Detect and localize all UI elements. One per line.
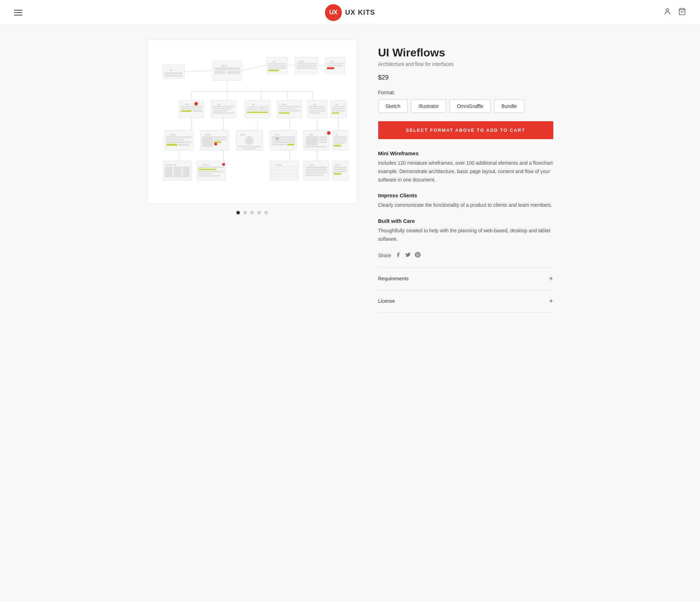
svg-line-28 bbox=[241, 65, 266, 70]
svg-rect-111 bbox=[319, 136, 327, 138]
svg-rect-128 bbox=[165, 166, 172, 177]
svg-rect-42 bbox=[181, 108, 202, 109]
svg-text:Notes: Notes bbox=[335, 104, 338, 105]
wireframe-svg: Login Dashboard Users Change Plan bbox=[156, 48, 348, 195]
svg-rect-65 bbox=[309, 108, 325, 109]
svg-rect-50 bbox=[213, 112, 234, 114]
svg-rect-106 bbox=[287, 144, 294, 145]
add-to-cart-button[interactable]: SELECT FORMAT ABOVE TO ADD TO CART bbox=[378, 121, 553, 139]
svg-rect-159 bbox=[334, 169, 347, 170]
twitter-icon[interactable] bbox=[405, 252, 411, 259]
share-row: Share bbox=[378, 252, 553, 259]
logo-icon: UX bbox=[325, 4, 342, 21]
dot-2[interactable] bbox=[243, 211, 247, 214]
share-label: Share bbox=[378, 253, 391, 258]
feature-built-with-care: Built with Care Thoughtfully created to … bbox=[378, 218, 553, 244]
svg-text:Login: Login bbox=[169, 69, 172, 71]
feature-title-1: Mini Wireframes bbox=[378, 150, 553, 156]
svg-rect-53 bbox=[247, 106, 257, 111]
account-icon[interactable] bbox=[664, 8, 671, 17]
product-gallery: Login Dashboard Users Change Plan bbox=[147, 39, 357, 214]
svg-rect-72 bbox=[332, 110, 345, 111]
feature-title-3: Built with Care bbox=[378, 218, 553, 224]
accordion-requirements-title: Requirements bbox=[378, 276, 409, 281]
format-sketch[interactable]: Sketch bbox=[378, 100, 408, 113]
svg-rect-115 bbox=[332, 130, 348, 150]
svg-rect-47 bbox=[213, 106, 234, 107]
svg-text:Chat: Chat bbox=[252, 104, 255, 105]
svg-text:New Project: New Project bbox=[170, 134, 176, 136]
svg-rect-154 bbox=[305, 172, 327, 173]
format-illustrator[interactable]: Illustrator bbox=[411, 100, 446, 113]
svg-rect-129 bbox=[173, 166, 181, 177]
svg-rect-155 bbox=[305, 174, 323, 176]
image-dots bbox=[147, 211, 357, 214]
hamburger-menu[interactable] bbox=[14, 10, 22, 15]
accordion-requirements: Requirements + bbox=[378, 267, 553, 290]
svg-rect-134 bbox=[199, 166, 223, 168]
feature-mini-wireframes: Mini Wireframes Includes 120 miniature w… bbox=[378, 150, 553, 184]
accordion-license-title: License bbox=[378, 298, 395, 304]
svg-rect-92 bbox=[214, 141, 221, 143]
svg-rect-70 bbox=[332, 106, 345, 107]
svg-rect-114 bbox=[305, 146, 327, 147]
format-omnigraffle[interactable]: OmniGraffle bbox=[450, 100, 491, 113]
svg-rect-6 bbox=[213, 61, 241, 81]
dot-3[interactable] bbox=[250, 211, 254, 214]
svg-rect-24 bbox=[327, 63, 343, 64]
format-label: Format: bbox=[378, 90, 553, 95]
site-logo[interactable]: UX UX KITS bbox=[325, 4, 375, 21]
main-content: Login Dashboard Users Change Plan bbox=[140, 25, 560, 327]
svg-text:Your View: Your View bbox=[275, 134, 279, 136]
svg-text:Tasks: Tasks bbox=[217, 104, 220, 105]
svg-rect-58 bbox=[279, 106, 300, 107]
svg-rect-89 bbox=[202, 136, 213, 147]
svg-text:Task Details: Task Details bbox=[205, 134, 211, 136]
facebook-icon[interactable] bbox=[395, 252, 401, 259]
svg-text:My Profile: My Profile bbox=[241, 134, 245, 136]
pinterest-icon[interactable] bbox=[415, 252, 421, 259]
cart-icon[interactable] bbox=[678, 8, 686, 17]
svg-rect-105 bbox=[272, 144, 286, 145]
dot-1[interactable] bbox=[236, 211, 240, 214]
svg-text:File Detail: File Detail bbox=[308, 134, 313, 136]
svg-rect-160 bbox=[334, 171, 347, 172]
svg-rect-14 bbox=[268, 65, 286, 67]
svg-rect-49 bbox=[213, 110, 227, 111]
svg-rect-91 bbox=[214, 139, 227, 141]
svg-rect-117 bbox=[334, 136, 347, 138]
dot-4[interactable] bbox=[257, 211, 261, 214]
svg-point-133 bbox=[222, 163, 225, 166]
svg-rect-48 bbox=[213, 108, 230, 109]
svg-rect-84 bbox=[166, 141, 191, 143]
svg-point-109 bbox=[327, 131, 330, 135]
svg-rect-118 bbox=[334, 138, 347, 140]
svg-rect-13 bbox=[268, 63, 286, 64]
svg-text:Files: Files bbox=[313, 104, 316, 105]
svg-rect-21 bbox=[297, 67, 316, 69]
svg-rect-130 bbox=[182, 166, 189, 177]
feature-desc-1: Includes 120 miniature wireframes, over … bbox=[378, 159, 553, 184]
svg-rect-71 bbox=[332, 108, 345, 109]
svg-rect-19 bbox=[297, 63, 316, 64]
svg-rect-25 bbox=[327, 65, 343, 67]
product-subtitle: Architecture and flow for interfaces bbox=[378, 61, 553, 67]
svg-text:Month View: Month View bbox=[276, 164, 282, 166]
svg-rect-131 bbox=[197, 161, 225, 180]
svg-rect-136 bbox=[199, 171, 223, 172]
svg-rect-156 bbox=[332, 161, 348, 180]
dot-5[interactable] bbox=[264, 211, 268, 214]
accordion-license-header[interactable]: License + bbox=[378, 297, 553, 305]
svg-point-0 bbox=[666, 9, 668, 11]
svg-rect-61 bbox=[279, 112, 290, 114]
accordion-requirements-header[interactable]: Requirements + bbox=[378, 275, 553, 283]
svg-rect-90 bbox=[214, 136, 227, 138]
svg-point-96 bbox=[245, 136, 253, 145]
svg-text:Change Plan: Change Plan bbox=[298, 61, 305, 62]
product-price: $29 bbox=[378, 74, 553, 81]
svg-rect-119 bbox=[334, 141, 347, 142]
svg-rect-112 bbox=[319, 139, 327, 141]
svg-rect-135 bbox=[199, 169, 216, 170]
svg-text:Projects: Projects bbox=[185, 104, 189, 105]
format-bundle[interactable]: Bundle bbox=[494, 100, 524, 113]
